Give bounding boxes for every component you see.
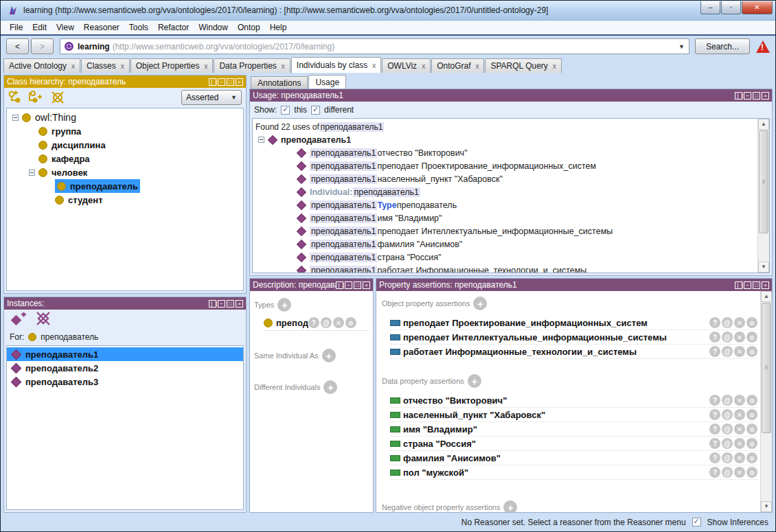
delete-button[interactable]: ✕ xyxy=(734,424,745,435)
annotate-button[interactable]: @ xyxy=(722,424,733,435)
float-icon[interactable]: ❘❘ xyxy=(735,281,742,289)
usage-row[interactable]: преподаватель1 xyxy=(255,133,757,146)
close-panel-icon[interactable]: × xyxy=(363,281,370,289)
float-icon[interactable]: ❘❘ xyxy=(735,92,742,100)
usage-row[interactable]: преподаватель1 населенный_пункт "Хабаров… xyxy=(255,172,757,185)
annotate-button[interactable]: @ xyxy=(722,467,733,478)
class-tree-item-owl:Thing[interactable]: owl:Thing xyxy=(7,111,243,124)
delete-button[interactable]: ✕ xyxy=(734,346,745,357)
close-panel-icon[interactable]: × xyxy=(762,281,769,289)
menu-help[interactable]: Help xyxy=(265,21,292,34)
explain-button[interactable]: ? xyxy=(709,467,720,478)
edit-button[interactable]: o xyxy=(746,467,757,478)
hierarchy-view-dropdown[interactable]: Asserted ▼ xyxy=(181,90,242,105)
forward-button[interactable]: > xyxy=(31,38,54,54)
maximize-panel-icon[interactable]: □ xyxy=(227,300,234,308)
explain-button[interactable]: ? xyxy=(709,346,720,357)
search-button[interactable]: Search... xyxy=(695,38,750,54)
collapse-expander-icon[interactable] xyxy=(258,137,264,143)
explain-button[interactable]: ? xyxy=(308,317,319,328)
maximize-panel-icon[interactable]: □ xyxy=(753,92,760,100)
edit-button[interactable]: o xyxy=(746,409,757,420)
delete-button[interactable]: ✕ xyxy=(734,438,745,449)
float-icon[interactable]: ❘❘ xyxy=(209,78,216,86)
scroll-up-icon[interactable]: ▲ xyxy=(758,119,769,130)
class-tree-item-кафедра[interactable]: кафедра xyxy=(7,152,243,165)
annotate-button[interactable]: @ xyxy=(722,332,733,343)
scrollbar-thumb[interactable] xyxy=(762,303,771,433)
minimize-button[interactable]: ‒ xyxy=(700,1,720,14)
annotate-button[interactable]: @ xyxy=(722,452,733,463)
ontology-address-combobox[interactable]: learning (http://www.semanticweb.org/vva… xyxy=(60,38,689,54)
usage-row[interactable]: преподаватель1 Type преподаватель xyxy=(255,198,757,211)
tab-close-icon[interactable]: x xyxy=(422,62,425,70)
edit-button[interactable]: o xyxy=(345,317,356,328)
tab-close-icon[interactable]: x xyxy=(204,62,207,70)
delete-button[interactable]: ✕ xyxy=(333,317,344,328)
error-warning-icon[interactable] xyxy=(756,41,770,53)
minimize-panel-icon[interactable]: − xyxy=(218,78,225,86)
show-this-checkbox[interactable] xyxy=(281,106,290,115)
delete-class-icon[interactable] xyxy=(49,90,66,105)
delete-individual-icon[interactable] xyxy=(36,312,54,328)
tab-close-icon[interactable]: x xyxy=(71,62,75,70)
usage-row[interactable]: преподаватель1 страна "Россия" xyxy=(255,251,757,264)
tab-close-icon[interactable]: x xyxy=(121,62,124,70)
delete-button[interactable]: ✕ xyxy=(734,395,745,406)
close-panel-icon[interactable]: × xyxy=(236,300,243,308)
annotate-button[interactable]: @ xyxy=(722,317,733,328)
annotate-button[interactable]: @ xyxy=(722,395,733,406)
menu-view[interactable]: View xyxy=(52,21,79,34)
menu-window[interactable]: Window xyxy=(194,21,233,34)
data-assertion-row[interactable]: населенный_пункт "Хабаровск"?@✕o xyxy=(390,408,757,422)
usage-row[interactable]: преподаватель1 преподает Интеллектуальны… xyxy=(255,224,757,238)
annotate-button[interactable]: @ xyxy=(321,317,332,328)
show-different-checkbox[interactable] xyxy=(311,106,320,115)
minimize-panel-icon[interactable]: − xyxy=(744,92,751,100)
tab-data-properties[interactable]: Data Propertiesx xyxy=(214,58,290,73)
usage-row[interactable]: преподаватель1 работает Информационные_т… xyxy=(255,264,757,273)
instance-item-преподаватель1[interactable]: преподаватель1 xyxy=(7,347,243,361)
add-data-property-assertion[interactable]: + xyxy=(468,374,481,388)
explain-button[interactable]: ? xyxy=(709,409,720,420)
object-assertion-row[interactable]: преподает Интеллектуальные_информационны… xyxy=(390,330,757,345)
edit-button[interactable]: o xyxy=(746,332,757,343)
add-object-property-assertion[interactable]: + xyxy=(473,297,487,310)
type-row[interactable]: препод ?@✕o xyxy=(264,317,369,331)
data-assertion-row[interactable]: отчество "Викторович"?@✕o xyxy=(390,393,757,408)
class-tree-item-преподаватель[interactable]: преподаватель xyxy=(7,179,243,193)
usage-row[interactable]: преподаватель1 фамилия "Анисимов" xyxy=(255,238,757,251)
float-icon[interactable]: ❘❘ xyxy=(336,281,343,289)
class-tree-item-группа[interactable]: группа xyxy=(7,124,243,138)
edit-button[interactable]: o xyxy=(746,346,757,357)
class-tree-item-человек[interactable]: человек xyxy=(7,165,243,179)
back-button[interactable]: < xyxy=(6,38,29,54)
instance-item-преподаватель3[interactable]: преподаватель3 xyxy=(7,375,243,389)
delete-button[interactable]: ✕ xyxy=(734,332,745,343)
explain-button[interactable]: ? xyxy=(709,424,720,435)
scroll-up-icon[interactable]: ▲ xyxy=(761,291,772,302)
show-inferences-checkbox[interactable] xyxy=(692,518,701,527)
delete-button[interactable]: ✕ xyxy=(734,467,745,478)
float-icon[interactable]: ❘❘ xyxy=(209,300,216,308)
close-panel-icon[interactable]: × xyxy=(236,78,243,86)
maximize-panel-icon[interactable]: □ xyxy=(753,281,760,289)
explain-button[interactable]: ? xyxy=(709,317,720,328)
scroll-down-icon[interactable]: ▼ xyxy=(761,501,772,512)
tab-object-properties[interactable]: Object Propertiesx xyxy=(130,58,214,73)
menu-tools[interactable]: Tools xyxy=(124,21,153,34)
annotate-button[interactable]: @ xyxy=(722,409,733,420)
assertions-scrollbar[interactable]: ▲ ▼ xyxy=(760,291,772,512)
annotate-button[interactable]: @ xyxy=(722,438,733,449)
chevron-down-icon[interactable]: ▼ xyxy=(678,43,685,50)
add-individual-icon[interactable] xyxy=(10,312,27,327)
edit-button[interactable]: o xyxy=(746,395,757,406)
menu-edit[interactable]: Edit xyxy=(27,21,52,34)
explain-button[interactable]: ? xyxy=(709,395,720,406)
edit-button[interactable]: o xyxy=(746,424,757,435)
tab-sparql-query[interactable]: SPARQL Queryx xyxy=(485,58,561,73)
data-assertion-row[interactable]: пол "мужской"?@✕o xyxy=(390,465,757,480)
class-tree-item-студент[interactable]: студент xyxy=(7,193,243,207)
tab-ontograf[interactable]: OntoGrafx xyxy=(431,58,484,73)
object-assertion-row[interactable]: преподает Проектирование_информационных_… xyxy=(390,316,757,330)
